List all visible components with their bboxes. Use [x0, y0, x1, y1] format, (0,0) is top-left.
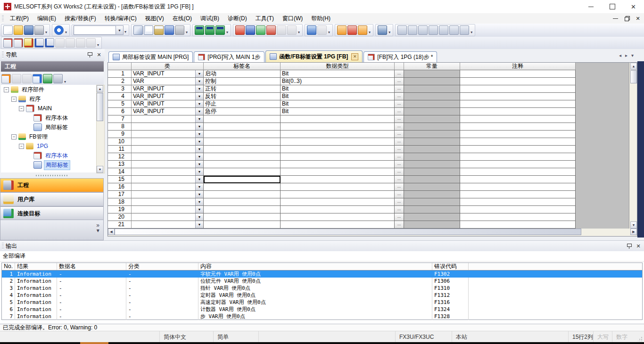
type-cell[interactable]	[281, 123, 395, 131]
type-browse-button[interactable]: ...	[395, 221, 404, 229]
comment-cell[interactable]	[460, 213, 576, 221]
type-browse-button[interactable]: ...	[395, 123, 404, 131]
sort-icon[interactable]	[53, 74, 63, 83]
menu-item-5[interactable]: 在线(O)	[168, 13, 196, 24]
menu-item-1[interactable]: 编辑(E)	[33, 13, 60, 24]
grid-vertical-scrollbar[interactable]: ▲ ▼	[629, 63, 637, 229]
label-cell[interactable]	[204, 168, 281, 176]
property-icon[interactable]	[33, 74, 42, 83]
label-cell[interactable]	[204, 161, 281, 168]
type-cell[interactable]: Bit(0..3)	[281, 78, 395, 85]
type-cell[interactable]	[281, 138, 395, 146]
refresh-icon[interactable]	[43, 74, 52, 83]
device-find-icon[interactable]	[429, 25, 438, 35]
class-dropdown-icon[interactable]: ▼	[195, 115, 203, 123]
ladder-pulse-icon[interactable]	[418, 25, 428, 35]
fb-release-icon[interactable]	[460, 25, 469, 35]
comment-cell[interactable]	[460, 138, 576, 146]
menu-item-7[interactable]: 诊断(D)	[223, 13, 251, 24]
window-prev-icon[interactable]	[66, 38, 75, 48]
undo-icon[interactable]	[165, 25, 174, 35]
label-cell[interactable]	[204, 146, 281, 153]
zoom-combo[interactable]: ▼	[74, 25, 124, 35]
class-cell[interactable]: ▼	[132, 115, 204, 123]
toolbar-overflow-icon[interactable]: ▾	[65, 30, 67, 35]
type-cell[interactable]: Bit	[281, 85, 395, 93]
tree-item-8[interactable]: 局部标签	[1, 160, 96, 170]
class-cell[interactable]: VAR▼	[132, 78, 204, 85]
output-row-5[interactable]: 5Information--高速定时器 VAR用 使用0点F1316	[2, 299, 642, 306]
type-browse-button[interactable]: ...	[395, 70, 404, 78]
delete-row-icon[interactable]	[24, 38, 33, 48]
label-cell[interactable]	[204, 115, 281, 123]
class-cell[interactable]: ▼	[132, 146, 204, 153]
output-row-2[interactable]: 2Information--位软元件 VAR用 使用0点F1306	[2, 278, 642, 285]
label-cell[interactable]	[204, 138, 281, 146]
class-cell[interactable]: ▼	[132, 213, 204, 221]
paste-icon[interactable]	[154, 25, 164, 35]
class-dropdown-icon[interactable]: ▼	[195, 213, 203, 221]
register-device-icon[interactable]	[34, 38, 44, 48]
comment-cell[interactable]	[460, 108, 576, 115]
tree-expander-icon[interactable]: −	[11, 134, 17, 139]
comment-cell[interactable]	[460, 100, 576, 108]
mdi-close-button[interactable]: ✕	[635, 16, 641, 22]
class-cell[interactable]: ▼	[132, 183, 204, 191]
type-browse-button[interactable]: ...	[395, 168, 404, 176]
comment-cell[interactable]	[460, 183, 576, 191]
class-dropdown-icon[interactable]: ▼	[195, 161, 203, 168]
class-dropdown-icon[interactable]: ▼	[195, 93, 203, 100]
tree-item-4[interactable]: 局部标签	[1, 123, 96, 132]
label-cell[interactable]: 正转	[204, 85, 281, 93]
class-cell[interactable]: ▼	[132, 138, 204, 146]
label-cell[interactable]: 控制	[204, 78, 281, 85]
dev-parameter-icon[interactable]	[195, 25, 204, 35]
type-browse-button[interactable]: ...	[395, 213, 404, 221]
type-browse-button[interactable]: ...	[395, 85, 404, 93]
class-dropdown-icon[interactable]: ▼	[195, 138, 203, 145]
toolbar-overflow-icon[interactable]: ▾	[369, 30, 371, 35]
menu-item-2[interactable]: 搜索/替换(F)	[60, 13, 100, 24]
grid-scroll-left-icon[interactable]: ◀	[108, 229, 115, 235]
output-pin-icon[interactable]	[625, 243, 633, 249]
grid-scroll-up-icon[interactable]: ▲	[630, 63, 637, 70]
grid-horizontal-scrollbar[interactable]: ◀ ▶	[108, 229, 637, 236]
dev-display-off-icon[interactable]	[317, 25, 327, 35]
tree-item-7[interactable]: 程序本体	[1, 151, 96, 160]
nav-button-project[interactable]: 工程	[0, 178, 104, 192]
open-icon[interactable]	[14, 25, 23, 35]
class-cell[interactable]: VAR_INPUT▼	[132, 108, 204, 115]
type-cell[interactable]	[281, 131, 395, 138]
tree-item-6[interactable]: −1PG	[1, 141, 96, 151]
close-button[interactable]: ✕	[623, 0, 644, 13]
dev-io-icon[interactable]	[215, 25, 225, 35]
class-dropdown-icon[interactable]: ▼	[195, 123, 203, 130]
type-cell[interactable]	[281, 191, 395, 198]
class-cell[interactable]: ▼	[132, 191, 204, 198]
type-browse-button[interactable]: ...	[395, 100, 404, 108]
class-cell[interactable]: ▼	[132, 198, 204, 206]
class-cell[interactable]: VAR_INPUT▼	[132, 100, 204, 108]
label-cell[interactable]	[204, 183, 281, 191]
label-cell[interactable]	[204, 206, 281, 213]
class-cell[interactable]: VAR_INPUT▼	[132, 70, 204, 78]
type-cell[interactable]	[281, 176, 395, 183]
class-dropdown-icon[interactable]: ▼	[195, 168, 203, 175]
zoom-combo-input[interactable]	[74, 25, 116, 35]
copy-icon[interactable]	[144, 25, 153, 35]
class-dropdown-icon[interactable]: ▼	[195, 206, 203, 213]
comment-cell[interactable]	[460, 168, 576, 176]
label-cell[interactable]	[204, 198, 281, 206]
class-dropdown-icon[interactable]: ▼	[195, 191, 203, 198]
class-dropdown-icon[interactable]: ▼	[195, 198, 203, 205]
cut-icon[interactable]	[133, 25, 143, 35]
tree-expander-icon[interactable]: −	[11, 97, 17, 102]
class-cell[interactable]: ▼	[132, 176, 204, 183]
class-cell[interactable]: ▼	[132, 168, 204, 176]
window-next-icon[interactable]	[76, 38, 85, 48]
new-data-icon[interactable]	[1, 74, 11, 83]
comment-cell[interactable]	[460, 221, 576, 229]
toolbar-overflow-icon[interactable]: ▾	[186, 30, 188, 35]
type-browse-button[interactable]: ...	[395, 176, 404, 183]
menu-item-8[interactable]: 工具(T)	[251, 13, 278, 24]
